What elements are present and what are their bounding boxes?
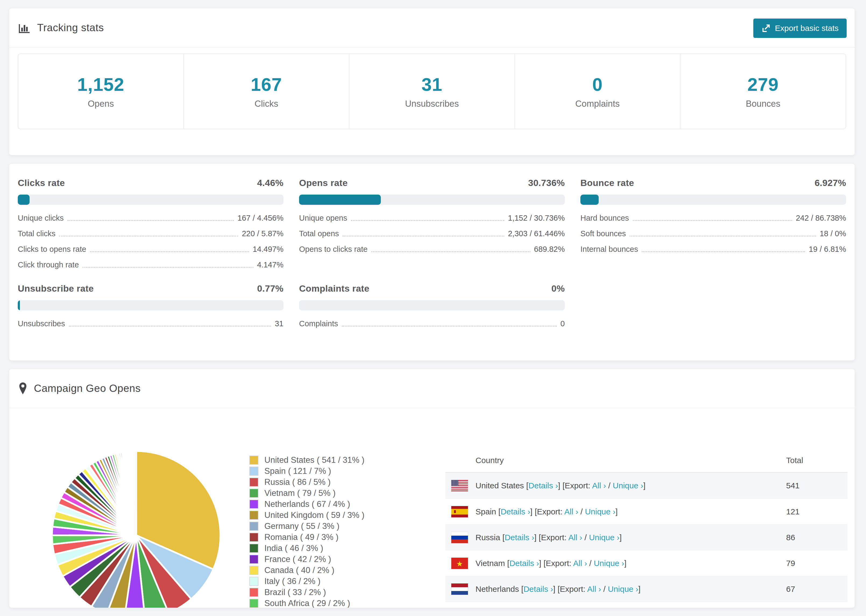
geo-opens-pie-chart	[49, 449, 223, 608]
bracket: ]	[643, 481, 646, 490]
stat-value: 1,152	[77, 74, 124, 95]
export-unique-link[interactable]: Unique ›	[612, 481, 643, 490]
export-icon	[761, 24, 770, 33]
legend-label: France ( 42 / 2% )	[265, 555, 331, 564]
legend-item-india[interactable]: India ( 46 / 3% )	[249, 543, 364, 554]
geo-table-row-united-kingdom: United Kingdom [Details ›] [Export: All …	[446, 602, 847, 608]
country-cell: Russia [Details ›] [Export: All › / Uniq…	[476, 533, 786, 542]
details-link[interactable]: Details ›	[529, 481, 558, 490]
bracket: [	[543, 559, 546, 567]
legend-label: Germany ( 55 / 3% )	[265, 522, 339, 531]
geo-header: Campaign Geo Opens	[9, 369, 855, 408]
bar-chart-icon	[18, 22, 31, 34]
bracket: [	[563, 481, 565, 490]
stat-box-opens: 1,152 Opens	[18, 54, 183, 129]
bracket: [	[526, 481, 528, 490]
rate-head: Bounce rate 6.927%	[580, 178, 846, 189]
bracket: ]	[624, 559, 627, 567]
export-all-link[interactable]: All ›	[573, 559, 587, 567]
legend-label: Netherlands ( 67 / 4% )	[265, 499, 350, 509]
legend-item-brazil[interactable]: Brazil ( 33 / 2% )	[249, 587, 364, 598]
export-unique-link[interactable]: Unique ›	[594, 559, 624, 567]
rate-stat-label: Internal bounces	[580, 245, 638, 254]
map-pin-icon	[18, 382, 27, 394]
export-all-link[interactable]: All ›	[568, 533, 582, 542]
stat-box-clicks: 167 Clicks	[183, 54, 349, 129]
export-basic-stats-button[interactable]: Export basic stats	[753, 19, 847, 38]
bracket: ]	[615, 507, 617, 516]
export-basic-stats-label: Export basic stats	[775, 24, 839, 33]
rate-progress-bar	[299, 195, 565, 205]
dotted-leader	[69, 326, 271, 327]
geo-table-header-country: Country	[476, 456, 786, 465]
legend-item-romania[interactable]: Romania ( 49 / 3% )	[249, 532, 364, 543]
rate-title: Clicks rate	[18, 178, 65, 188]
geo-title: Campaign Geo Opens	[34, 382, 141, 394]
rate-stat-value: 1,152 / 30.736%	[508, 214, 565, 223]
dotted-leader	[343, 236, 504, 237]
rate-stat-label: Complaints	[299, 319, 338, 328]
legend-item-russia[interactable]: Russia ( 86 / 5% )	[249, 476, 364, 487]
dotted-leader	[90, 251, 249, 252]
rate-stat-value: 167 / 4.456%	[238, 214, 283, 223]
legend-swatch	[249, 489, 258, 498]
rate-stat-label: Total opens	[299, 229, 339, 238]
details-link[interactable]: Details ›	[505, 533, 534, 542]
rate-head: Opens rate 30.736%	[299, 178, 565, 189]
legend-item-united-kingdom[interactable]: United Kingdom ( 59 / 3% )	[249, 509, 364, 520]
legend-swatch	[249, 533, 258, 542]
rate-stat-label: Unsubscribes	[18, 319, 65, 328]
details-link[interactable]: Details ›	[509, 559, 539, 567]
dotted-leader	[630, 236, 816, 237]
legend-item-netherlands[interactable]: Netherlands ( 67 / 4% )	[249, 498, 364, 509]
rate-block-complaints-rate: Complaints rate 0% Complaints 0	[299, 283, 565, 332]
legend-item-germany[interactable]: Germany ( 55 / 3% )	[249, 520, 364, 532]
export-unique-link[interactable]: Unique ›	[608, 585, 638, 593]
rate-stat-row-hard-bounces: Hard bounces 242 / 86.738%	[580, 210, 846, 226]
rate-stat-value: 242 / 86.738%	[796, 214, 846, 223]
geo-table: Country Total United States [Details ›] …	[446, 449, 847, 608]
legend-item-spain[interactable]: Spain ( 121 / 7% )	[249, 465, 364, 476]
legend-item-vietnam[interactable]: Vietnam ( 79 / 5% )	[249, 487, 364, 498]
details-link[interactable]: Details ›	[501, 507, 530, 516]
details-link[interactable]: Details ›	[523, 585, 553, 593]
rate-stat-label: Click through rate	[18, 261, 79, 269]
legend-item-italy[interactable]: Italy ( 36 / 2% )	[249, 576, 364, 587]
rate-stat-row-total-clicks: Total clicks 220 / 5.87%	[18, 226, 283, 241]
rate-value: 0.77%	[257, 283, 283, 294]
geo-table-row-russia: Russia [Details ›] [Export: All › / Uniq…	[446, 524, 847, 550]
legend-swatch	[249, 566, 258, 575]
legend-swatch	[249, 478, 258, 487]
export-prefix: Export:	[546, 559, 571, 567]
stat-box-complaints: 0 Complaints	[515, 54, 680, 129]
export-all-link[interactable]: All ›	[587, 585, 601, 593]
vn-flag-icon	[446, 558, 476, 569]
rate-stat-label: Unique opens	[299, 214, 347, 223]
export-prefix: Export:	[537, 507, 562, 516]
export-unique-link[interactable]: Unique ›	[589, 533, 619, 542]
stat-box-unsubscribes: 31 Unsubscribes	[349, 54, 515, 129]
legend-item-france[interactable]: France ( 42 / 2% )	[249, 554, 364, 565]
legend-swatch	[249, 467, 258, 476]
rate-stat-value: 18 / 0%	[820, 229, 846, 238]
rate-title: Bounce rate	[580, 178, 634, 188]
campaign-geo-opens-card: Campaign Geo Opens United States ( 541 /…	[9, 369, 855, 608]
export-unique-link[interactable]: Unique ›	[585, 507, 615, 516]
legend-label: Russia ( 86 / 5% )	[265, 477, 331, 487]
legend-item-south-africa[interactable]: South Africa ( 29 / 2% )	[249, 598, 364, 608]
legend-label: Italy ( 36 / 2% )	[265, 577, 320, 586]
legend-swatch	[249, 555, 258, 564]
legend-item-united-states[interactable]: United States ( 541 / 31% )	[249, 454, 364, 465]
rate-value: 6.927%	[815, 178, 846, 188]
rate-value: 0%	[551, 283, 565, 294]
legend-label: Brazil ( 33 / 2% )	[265, 588, 326, 597]
rate-stat-label: Clicks to opens rate	[18, 245, 86, 254]
rate-progress-bar	[18, 195, 283, 205]
tracking-stats-header: Tracking stats Export basic stats	[9, 8, 855, 47]
rate-progress-fill	[580, 195, 599, 205]
pie-slice-other[interactable]	[136, 451, 136, 535]
export-all-link[interactable]: All ›	[564, 507, 578, 516]
legend-item-canada[interactable]: Canada ( 40 / 2% )	[249, 565, 364, 576]
stat-label: Bounces	[746, 99, 780, 109]
export-all-link[interactable]: All ›	[592, 481, 606, 490]
